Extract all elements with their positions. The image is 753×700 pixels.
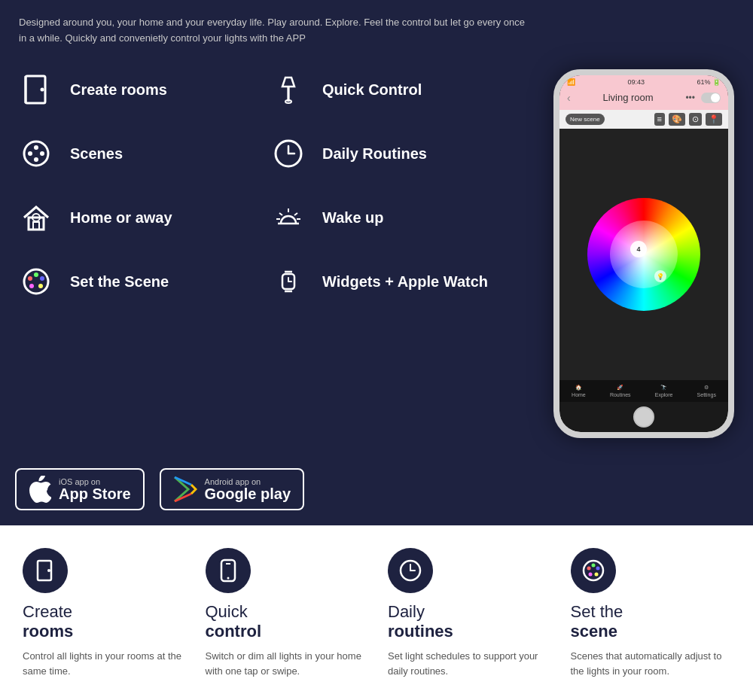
ios-store-small: iOS app on: [59, 477, 131, 486]
flashlight-icon: [267, 69, 309, 111]
phone-color-wheel-area: 4 💡: [559, 129, 728, 380]
wheel-marker-4: 4: [630, 241, 647, 257]
svg-point-34: [47, 569, 50, 572]
phone-header-icons: •••: [685, 93, 721, 103]
features-left: Create rooms Scenes: [0, 62, 535, 446]
phone-room-name: Living room: [602, 92, 653, 103]
bottom-daily-routines-desc: Set light schedules to support your dail…: [388, 649, 548, 678]
new-scene-btn[interactable]: New scene: [566, 114, 605, 125]
bottom-quick-control: Quick control Switch or dim all lights i…: [198, 548, 373, 679]
bottom-quick-control-title: Quick control: [206, 602, 262, 642]
feature-set-the-scene: Set the Scene: [15, 261, 267, 303]
phone-home-button[interactable]: [633, 406, 654, 428]
intro-text: Designed around you, your home and your …: [19, 15, 531, 47]
explore-nav-label: Explore: [655, 392, 673, 397]
nav-settings[interactable]: ⚙ Settings: [697, 385, 716, 397]
features-columns: Create rooms Scenes: [15, 69, 520, 325]
android-store-button[interactable]: Android app on Google play: [160, 468, 304, 510]
home-nav-label: Home: [572, 392, 586, 397]
bottom-section: Create rooms Control all lights in your …: [0, 525, 753, 700]
bottom-phone-icon: [206, 548, 251, 593]
scenes-label: Scenes: [70, 145, 123, 163]
palette2-icon: [15, 261, 56, 303]
phone-status-bar: 📶 09:43 61% 🔋: [559, 75, 728, 89]
svg-line-25: [294, 213, 297, 215]
watch-icon: [267, 261, 309, 303]
bottom-set-scene-desc: Scenes that automatically adjust to the …: [571, 649, 731, 678]
svg-point-12: [28, 276, 32, 281]
svg-point-4: [28, 151, 32, 156]
explore-nav-icon: 🔭: [660, 385, 667, 391]
top-section: Designed around you, your home and your …: [0, 0, 753, 54]
bottom-clock-icon: [388, 548, 433, 593]
bottom-daily-routines-title: Daily routines: [388, 602, 453, 642]
svg-point-37: [227, 577, 229, 579]
svg-point-7: [34, 157, 38, 162]
color-wheel-wrapper: 4 💡: [587, 198, 700, 311]
svg-point-3: [24, 142, 48, 166]
bottom-create-rooms-desc: Control all lights in your rooms at the …: [23, 649, 183, 678]
ios-store-button[interactable]: iOS app on App Store: [15, 468, 145, 510]
feature-home-or-away: Home or away: [15, 197, 267, 239]
phone-battery: 61% 🔋: [697, 78, 721, 86]
ios-store-text: iOS app on App Store: [59, 477, 131, 501]
phone-bottom-nav: 🏠 Home 🚀 Routines 🔭 Explore ⚙ Settings: [559, 380, 728, 402]
create-rooms-label: Create rooms: [70, 81, 167, 99]
svg-rect-8: [29, 218, 44, 230]
nav-routines[interactable]: 🚀 Routines: [610, 385, 631, 397]
svg-point-45: [594, 572, 598, 576]
svg-point-5: [34, 145, 38, 150]
nav-explore[interactable]: 🔭 Explore: [655, 385, 673, 397]
features-col-right: Quick Control Daily Routines: [267, 69, 520, 325]
svg-point-44: [596, 566, 599, 570]
svg-point-14: [40, 276, 44, 281]
door-icon: [15, 69, 56, 111]
feature-quick-control: Quick Control: [267, 69, 520, 111]
android-store-large: Google play: [205, 486, 291, 501]
bottom-daily-routines: Daily routines Set light schedules to su…: [380, 548, 556, 679]
store-buttons: iOS app on App Store Android app on Goog…: [0, 461, 753, 525]
home-nav-icon: 🏠: [575, 385, 582, 391]
phone-header: ‹ Living room •••: [559, 89, 728, 110]
wheel-marker-light: 💡: [654, 270, 666, 282]
bottom-door-icon: [23, 548, 68, 593]
features-phone-row: Create rooms Scenes: [0, 54, 753, 461]
quick-control-label: Quick Control: [322, 81, 422, 99]
nav-home[interactable]: 🏠 Home: [572, 385, 586, 397]
wake-up-label: Wake up: [322, 209, 384, 227]
phone-time: 09:43: [627, 78, 645, 86]
settings-nav-label: Settings: [697, 392, 716, 397]
phone-tab-icons: ≡ 🎨 ⊙ 📍: [654, 113, 722, 126]
clock-icon: [267, 133, 309, 175]
routines-nav-icon: 🚀: [617, 385, 623, 391]
feature-wake-up: Wake up: [267, 197, 520, 239]
settings-nav-icon: ⚙: [704, 385, 709, 391]
bottom-palette-icon: [571, 548, 616, 593]
home-or-away-label: Home or away: [70, 209, 172, 227]
phone-tabs: New scene ≡ 🎨 ⊙ 📍: [559, 110, 728, 129]
bottom-quick-control-desc: Switch or dim all lights in your home wi…: [206, 649, 366, 678]
android-store-text: Android app on Google play: [205, 477, 291, 501]
svg-point-46: [588, 572, 592, 576]
home-icon: [15, 197, 56, 239]
bottom-create-rooms-title: Create rooms: [23, 602, 73, 642]
feature-widgets: Widgets + Apple Watch: [267, 261, 520, 303]
routines-nav-label: Routines: [610, 392, 631, 397]
svg-point-6: [40, 151, 44, 156]
daily-routines-label: Daily Routines: [322, 145, 427, 163]
bottom-create-rooms: Create rooms Control all lights in your …: [15, 548, 191, 679]
set-the-scene-label: Set the Scene: [70, 273, 169, 291]
features-col-left: Create rooms Scenes: [15, 69, 267, 325]
google-play-icon: [173, 476, 197, 503]
phone-mockup: 📶 09:43 61% 🔋 ‹ Living room •••: [553, 69, 734, 438]
svg-point-43: [591, 563, 595, 567]
palette-icon: [15, 133, 56, 175]
feature-create-rooms: Create rooms: [15, 69, 267, 111]
phone-signal: 📶: [567, 78, 575, 86]
ios-store-large: App Store: [59, 486, 131, 501]
apple-icon: [29, 476, 51, 503]
android-store-small: Android app on: [205, 477, 291, 486]
sunrise-icon: [267, 197, 309, 239]
feature-scenes: Scenes: [15, 133, 267, 175]
widgets-label: Widgets + Apple Watch: [322, 273, 488, 291]
